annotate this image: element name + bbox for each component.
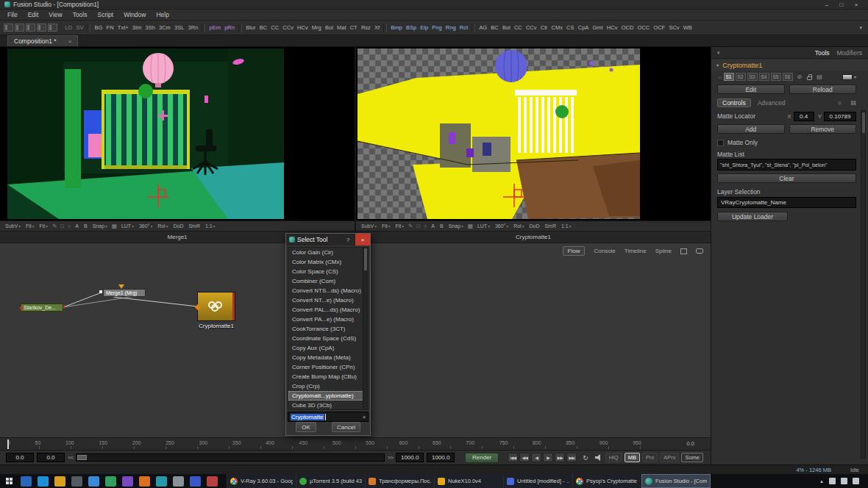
toolbar-tool-button[interactable]: 3Sh: [143, 23, 157, 32]
tool-list-item[interactable]: Copy Metadata (Meta): [288, 353, 368, 362]
transport-button[interactable]: ◀◀: [519, 453, 530, 462]
range-slider-handle[interactable]: [77, 455, 87, 460]
menu-item[interactable]: Help: [151, 11, 174, 18]
layer-selection-field[interactable]: VRayCryptomatte_Name: [717, 197, 856, 208]
viewer-toolbar-button[interactable]: ○: [422, 223, 429, 229]
viewer-right-canvas[interactable]: [356, 47, 711, 220]
toolbar-tool-button[interactable]: Blur: [244, 23, 258, 32]
taskbar-app-button[interactable]: Untitled [modified] - ...: [503, 474, 572, 488]
disable-icon[interactable]: ⊘: [797, 73, 803, 80]
node-loader[interactable]: Starikov_De...: [21, 304, 63, 312]
tool-list-item[interactable]: Create Bump Map (CBu): [288, 372, 368, 381]
taskbar-app-button[interactable]: Трансформеры.Пос...: [365, 474, 434, 488]
render-button[interactable]: Render: [465, 453, 499, 463]
tool-list-item[interactable]: Cube 3D (3Cb): [288, 401, 368, 410]
toolbar-tool-button[interactable]: Elp: [419, 23, 430, 32]
forward-icon[interactable]: >>: [388, 454, 393, 461]
pinned-app-icon[interactable]: [190, 476, 201, 487]
quality-toggle-button[interactable]: Prx: [642, 453, 658, 462]
toolbar-tool-button[interactable]: 3SL: [172, 23, 186, 32]
tool-list-item[interactable]: Color Matrix (CMx): [288, 257, 368, 267]
toolbar-tool-button[interactable]: 3Cm: [157, 23, 172, 32]
toolbar-tool-button[interactable]: OCF: [652, 23, 667, 32]
viewer-toolbar-button[interactable]: SubV: [359, 223, 379, 229]
help-icon[interactable]: ?: [343, 237, 353, 243]
toolbar-tool-button[interactable]: HCv: [295, 23, 310, 32]
transport-button[interactable]: |◀◀: [508, 453, 518, 462]
maximize-icon[interactable]: □: [834, 1, 849, 8]
global-start-field[interactable]: 0.0: [6, 453, 34, 462]
viewer-toolbar-button[interactable]: A: [429, 223, 437, 229]
toolbar-tool-button[interactable]: Txt+: [115, 23, 130, 32]
viewer-toolbar-button[interactable]: SmR: [542, 223, 558, 229]
inspector-scrollbar[interactable]: [861, 110, 866, 459]
toolbar-tool-button[interactable]: Bmp: [389, 23, 405, 32]
node-color-swatch[interactable]: ▾: [842, 74, 856, 80]
toolbar-tool-button[interactable]: OCC: [636, 23, 652, 32]
toolbar-tool-button[interactable]: [472, 24, 475, 32]
dialog-titlebar[interactable]: Select Tool ? ×: [286, 234, 370, 245]
taskbar-app-button[interactable]: Fusion Studio - [Com...: [641, 474, 711, 488]
toolbar-overflow-icon[interactable]: ▾: [859, 25, 862, 31]
viewer-toolbar-button[interactable]: ▦: [466, 223, 474, 229]
toolbar-tool-button[interactable]: Rsz: [359, 23, 372, 32]
clear-button[interactable]: Clear: [717, 173, 856, 183]
layout-preset-icon[interactable]: [48, 24, 57, 32]
viewer-toolbar-button[interactable]: ▦: [110, 223, 118, 229]
start-button-icon[interactable]: [0, 474, 18, 488]
gear-icon[interactable]: ☼: [837, 99, 842, 106]
tool-list-item[interactable]: Copy Aux (CpA): [288, 343, 368, 353]
loop-icon[interactable]: ↻: [583, 454, 588, 462]
toolbar-tool-button[interactable]: FN: [104, 23, 115, 32]
tool-list-item[interactable]: Convert NT...e) (Macro): [288, 295, 368, 305]
version-button[interactable]: S6: [783, 73, 793, 81]
toolbar-tool-button[interactable]: Png: [430, 23, 444, 32]
toolbar-tool-button[interactable]: [202, 24, 205, 32]
viewer-toolbar-button[interactable]: LUT: [475, 223, 492, 229]
toolbar-tool-button[interactable]: BC: [489, 23, 501, 32]
matte-list-field[interactable]: "sht_Shtora_Tyul", "st_Stena", "pl_Pol_b…: [717, 159, 856, 171]
version-button[interactable]: S4: [759, 73, 769, 81]
toolbar-tool-button[interactable]: Mrg: [310, 23, 323, 32]
menu-item[interactable]: Script: [92, 11, 118, 18]
edit-button[interactable]: Edit: [717, 85, 785, 94]
tool-list-item[interactable]: Crop (Crp): [288, 381, 368, 391]
version-button[interactable]: S1: [724, 73, 734, 81]
pinned-app-icon[interactable]: [173, 476, 184, 487]
pin-icon[interactable]: ▤: [817, 73, 822, 80]
playhead-marker[interactable]: [7, 439, 9, 449]
tray-expand-icon[interactable]: ▲: [819, 479, 824, 484]
toolbar-tool-button[interactable]: BG: [93, 23, 104, 32]
toolbar-tool-button[interactable]: CCv: [281, 23, 296, 32]
viewer-toolbar-button[interactable]: Snap: [90, 223, 110, 229]
viewer-left-canvas[interactable]: [0, 47, 355, 220]
version-button[interactable]: S3: [747, 73, 758, 81]
tab-controls[interactable]: Controls: [717, 98, 751, 107]
tool-list-item[interactable]: Color Gain (Clr): [288, 248, 368, 257]
scrollbar-thumb[interactable]: [364, 248, 367, 270]
dialog-close-icon[interactable]: ×: [355, 234, 370, 245]
lock-icon[interactable]: [807, 76, 812, 80]
toolbar-tool-button[interactable]: Mat: [335, 23, 348, 32]
viewer-toolbar-button[interactable]: B: [438, 223, 446, 229]
toolbar-tool-button[interactable]: CT: [348, 23, 359, 32]
comments-icon[interactable]: [696, 248, 703, 254]
viewer-toolbar-button[interactable]: ✎: [51, 223, 58, 229]
toolbar-tool-button[interactable]: CC: [269, 23, 281, 32]
taskbar-app-button[interactable]: NukeX10.0v4: [434, 474, 503, 488]
viewer-toolbar-button[interactable]: DoD: [171, 223, 185, 229]
render-end-field[interactable]: 1000.0: [396, 453, 424, 462]
node-merge[interactable]: Merge1 (Mrg): [103, 289, 146, 297]
toolbar-tool-button[interactable]: [383, 24, 387, 32]
pinned-app-icon[interactable]: [122, 476, 133, 487]
pinned-app-icon[interactable]: [38, 476, 49, 487]
update-loader-button[interactable]: Update Loader: [717, 212, 788, 221]
matte-only-checkbox[interactable]: [717, 140, 724, 146]
flow-panel-tab[interactable]: Console: [594, 248, 615, 254]
toolbar-tool-button[interactable]: WB: [681, 23, 694, 32]
viewer-toolbar-button[interactable]: Fit: [24, 223, 37, 229]
pinned-app-icon[interactable]: [88, 476, 99, 487]
pinned-app-icon[interactable]: [156, 476, 167, 487]
scrollbar-thumb[interactable]: [862, 112, 865, 133]
flow-panel-tab[interactable]: Timeline: [625, 248, 647, 254]
